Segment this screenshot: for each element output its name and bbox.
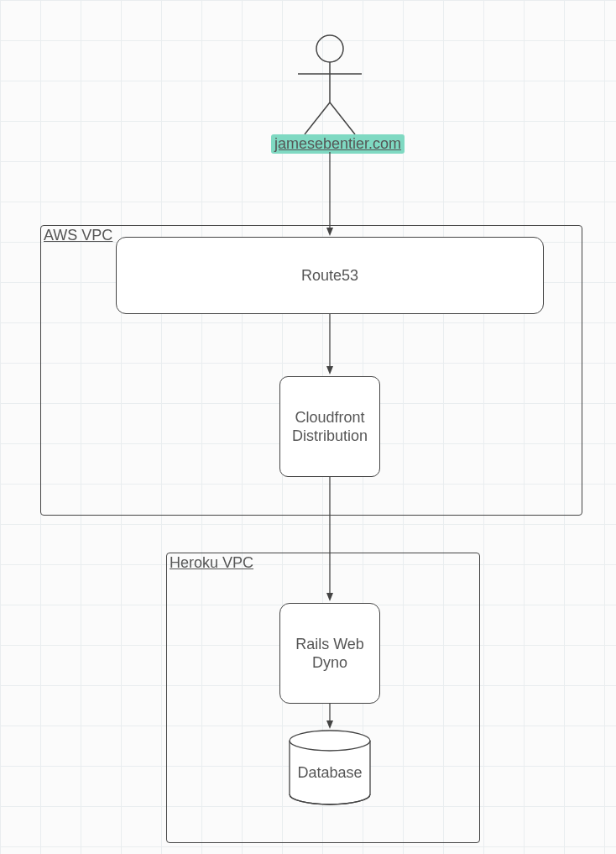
rails-label: Rails Web Dyno <box>295 635 364 673</box>
diagram-stage: jamesebentier.com AWS VPC Route53 Cloudf… <box>0 0 616 854</box>
arrow-actor-to-route53 <box>326 152 333 236</box>
route53-label: Route53 <box>301 266 358 286</box>
arrow-rails-to-database <box>326 704 333 729</box>
aws-vpc-label: AWS VPC <box>44 227 112 244</box>
svg-line-4 <box>330 102 355 134</box>
svg-point-13 <box>290 731 370 751</box>
arrow-route53-to-cloudfront <box>326 314 333 375</box>
cloudfront-node: Cloudfront Distribution <box>279 376 380 477</box>
actor-label: jamesebentier.com <box>271 134 405 154</box>
rails-node: Rails Web Dyno <box>279 603 380 704</box>
svg-line-3 <box>305 102 330 134</box>
cloudfront-label: Cloudfront Distribution <box>292 408 368 446</box>
svg-marker-8 <box>326 366 333 375</box>
actor-icon <box>298 34 362 136</box>
route53-node: Route53 <box>116 237 544 314</box>
heroku-vpc-label: Heroku VPC <box>170 554 253 572</box>
svg-point-0 <box>316 35 343 62</box>
database-label: Database <box>279 764 380 782</box>
svg-marker-12 <box>326 720 333 729</box>
